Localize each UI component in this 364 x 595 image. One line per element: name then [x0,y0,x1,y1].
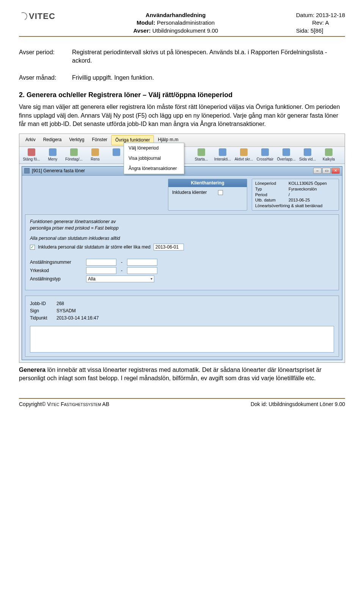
footer-left-prefix: Copyright© [19,401,47,407]
window-icon [24,168,30,173]
tool-overlapp[interactable]: Överlapp... [276,148,297,162]
module-label: Modul: [136,19,155,26]
close-button[interactable]: ✕ [331,168,340,174]
tool-fil[interactable]: Fil [169,148,191,162]
tool-rens[interactable]: Rens [85,148,106,162]
anst-to-input[interactable] [127,259,157,266]
module-value: Personaladministration [157,19,215,26]
para2-rest: lön innebär att vissa lönearter registre… [19,367,322,381]
sign-value: SYSADM [56,308,76,314]
include-personal-date-input[interactable] [154,244,184,250]
def-text-month: Frivillig uppgift. Ingen funktion. [72,74,154,82]
jobid-label: Jobb-ID [30,301,56,307]
tool-blank3[interactable] [148,148,169,162]
yrke-label: Yrkeskod [30,268,83,274]
screen-icon [240,148,248,156]
bottom-panel: Jobb-ID268 SignSYSADM Tidpunkt2013-03-14… [25,296,339,356]
tool-aktivt[interactable]: Aktivt skr... [233,148,254,162]
logo: VITEC [19,11,55,21]
info-loneperiod-value: KOLL130625 Öppen [289,181,327,186]
menu-redigera[interactable]: Redigera [39,135,66,145]
yrke-from-input[interactable] [86,267,116,274]
maximize-button[interactable]: ▭ [322,168,331,174]
tool-crosshair[interactable]: CrossHair [254,148,276,162]
desc-line-2: personliga priser med priskod = Fast bel… [30,225,334,231]
company-icon [70,148,78,156]
desc-line-1: Funktionen genererar lönetransaktioner a… [30,219,334,225]
page-header: VITEC Användarhandledning Modul: Persona… [19,11,345,37]
klient-include-label: Inkludera klienter [172,189,207,196]
info-lastline: Löneartsöverföring & skatt beräknad [255,203,336,209]
anstyp-select[interactable]: Alla [86,275,154,282]
tool-stang[interactable]: Stäng fö... [21,148,42,162]
include-personal-checkbox[interactable] [30,245,35,250]
anstyp-select-value: Alla [88,276,96,282]
interact-icon [219,148,226,156]
middle-panel: Funktionen genererar lönetransaktioner a… [25,214,339,290]
section-heading: 2. Generera och/eller Registrera löner –… [19,90,345,100]
anstyp-label: Anställningstyp [30,276,83,282]
sidebyside-icon [304,148,311,156]
info-typ-label: Typ [255,186,289,192]
menu-hjalp[interactable]: Hjälp m.m [154,135,182,145]
tool-sidavid[interactable]: Sida vid... [297,148,318,162]
avser-value: Utbildningsdokument 9.00 [152,27,218,34]
date-label: Datum: [296,12,314,18]
footer-left-company: Vitec Fastighetssystem AB [47,401,109,407]
desc-line-3: Alla personal utan slutdatum inkluderas … [30,235,334,242]
footer-right-value: Utbildningsdokument Löner 9.00 [268,401,345,407]
info-loneperiod-label: Löneperiod [255,181,289,186]
menu-ovriga-funktioner[interactable]: Övriga funktioner [111,135,154,145]
yrke-to-input[interactable] [127,267,157,274]
subwindow-titlebar: [901] Generera fasta löner – ▭ ✕ [22,167,342,176]
generic-icon [113,148,120,156]
page-footer: Copyright© Vitec Fastighetssystem AB Dok… [19,398,345,407]
paragraph-1: Vare sig man väljer att generera eller r… [19,103,345,128]
tool-meny[interactable]: Meny [42,148,63,162]
start-icon [198,148,205,156]
info-utbdatum-value: 2013-06-25 [289,197,310,203]
header-center: Användarhandledning Modul: Personaladmin… [133,11,218,35]
def-label-period: Avser period: [19,48,72,65]
header-right: Datum: 2013-12-18 Rev: A Sida: 5[86] [296,11,345,35]
klient-panel: Klienthantering Inkludera klienter [168,179,247,211]
generic-icon [134,148,141,156]
para2-bold: Generera [19,367,46,373]
tool-interakti[interactable]: Interakti... [212,148,233,162]
sign-label: Sign [30,308,56,314]
klient-include-checkbox[interactable] [218,190,223,195]
def-text-period: Registrerat periodintervall skrivs ut på… [72,48,345,65]
menu-icon [49,148,56,156]
tool-starta[interactable]: Starta... [191,148,212,162]
dash: - [119,268,124,274]
menu-arkiv[interactable]: Arkiv [22,135,39,145]
include-personal-label: Inkludera personal där slutdatum är stör… [38,244,151,250]
def-label-month: Avser månad: [19,74,72,82]
tid-value: 2013-03-14 14:16:47 [56,315,99,321]
doc-title: Användarhandledning [133,11,218,19]
subwindow-title: [901] Generera fasta löner [32,168,85,174]
overlap-icon [282,148,290,156]
info-panel: LöneperiodKOLL130625 Öppen TypFyraveckor… [252,179,339,211]
menu-verktyg[interactable]: Verktyg [65,135,88,145]
generic-icon [155,148,163,156]
menubar: Arkiv Redigera Verktyg Fönster Övriga fu… [19,134,345,147]
tool-blank2[interactable] [127,148,148,162]
menu-fonster[interactable]: Fönster [88,135,111,145]
rev-value: A [325,19,329,26]
info-typ-value: Fyraveckorslön [289,186,317,192]
anst-from-input[interactable] [86,259,116,266]
page-value: 5[86] [311,27,323,34]
anst-label: Anställningsnummer [30,259,83,266]
minimize-button[interactable]: – [313,168,322,174]
klient-panel-header: Klienthantering [168,179,247,187]
tool-kalkyla[interactable]: Kalkyla [318,148,339,162]
toolbar: Stäng fö... Meny Företag/... Rens Fil St… [19,147,345,164]
tool-foretag[interactable]: Företag/... [63,148,85,162]
jobid-value: 268 [56,301,64,307]
subwindow: [901] Generera fasta löner – ▭ ✕ Klienth… [22,166,342,360]
info-period-label: Period [255,192,289,198]
logo-swirl-icon [18,11,28,22]
log-area [30,326,334,353]
tool-blank1[interactable] [106,148,127,162]
